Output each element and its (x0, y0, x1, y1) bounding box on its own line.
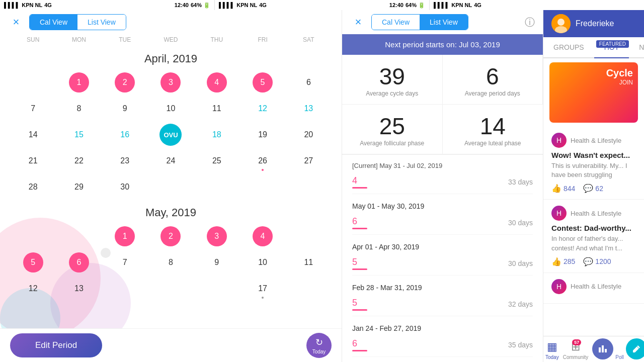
poll-fab-button[interactable] (592, 338, 613, 359)
nav-today[interactable]: ▦ Today (543, 336, 561, 362)
avatar (551, 14, 571, 33)
comment-action-1[interactable]: 💬 62 (583, 184, 603, 193)
poll-label: Poll (615, 336, 624, 362)
cal-close-button[interactable]: × (8, 14, 24, 30)
cal-day[interactable]: 4 (239, 224, 285, 248)
list-view-button-2[interactable]: List View (420, 15, 468, 30)
cal-day[interactable]: 30 (102, 175, 148, 199)
cal-day[interactable]: 8 (56, 97, 102, 121)
cal-day[interactable]: 2 (148, 224, 194, 248)
featured-title: Cycle (606, 67, 633, 79)
cal-day[interactable]: 28 (10, 175, 56, 199)
cal-day[interactable]: 27 (286, 149, 332, 173)
post-fab-button[interactable] (626, 338, 644, 359)
svg-rect-9 (602, 345, 604, 352)
cycle-entry-4[interactable]: 5 32 days (352, 296, 533, 316)
post-card-2[interactable]: H Health & Lifestyle Contest: Dad-worthy… (543, 200, 644, 273)
stats-grid: 39 Average cycle days 6 Average period d… (342, 55, 543, 155)
comment-action-2[interactable]: 💬 1200 (583, 257, 611, 266)
cal-day-ovu[interactable]: OVU (148, 123, 194, 147)
calendar-scroll[interactable]: SUN MON TUE WED THU FRI SAT April, 2019 … (0, 34, 342, 328)
time-1: 12:40 (175, 2, 189, 8)
post-card-3[interactable]: H Health & Lifestyle (543, 273, 644, 304)
status-bar: ▌▌▌▌ KPN NL 4G 12:40 64% 🔋 ▌▌▌▌ KPN NL 4… (0, 0, 644, 10)
post-preview-2: In honor of father's day... contest! And… (551, 234, 636, 252)
cal-day[interactable]: 9 (194, 250, 239, 275)
tab-n[interactable]: N (629, 37, 644, 57)
cal-day[interactable]: 26 (239, 149, 285, 173)
cal-day[interactable]: 22 (56, 149, 102, 173)
cycle-entry-5[interactable]: 6 35 days (352, 336, 533, 357)
cal-day[interactable]: 10 (239, 250, 285, 275)
post-card-1[interactable]: H Health & Lifestyle Wow! Wasn't expect.… (543, 127, 644, 200)
featured-join[interactable]: JOIN (606, 79, 633, 86)
comment-icon-1: 💬 (583, 184, 593, 193)
cycle-num-4: 5 (352, 298, 367, 311)
cal-day[interactable]: 21 (10, 149, 56, 173)
cal-day[interactable]: 6 (286, 70, 332, 95)
source-avatar-3: H (551, 279, 567, 294)
cal-day[interactable]: 2 (102, 70, 148, 95)
cal-day[interactable]: 15 (56, 123, 102, 147)
cal-day[interactable]: 13 (286, 97, 332, 121)
today-button[interactable]: ↻ Today (306, 333, 332, 358)
like-count-1: 844 (564, 185, 575, 193)
calendar-panel: × Cal View List View SUN MON TUE WED (0, 10, 342, 362)
cal-day[interactable]: 19 (239, 123, 285, 147)
cycle-entry-1[interactable]: 4 33 days (352, 173, 533, 194)
cal-day (286, 175, 332, 199)
cal-day[interactable]: 16 (102, 123, 148, 147)
cal-day[interactable]: 3 (194, 224, 239, 248)
cycle-entry-2[interactable]: 6 30 days (352, 214, 533, 235)
cal-day[interactable]: 10 (148, 97, 194, 121)
cal-day[interactable]: 20 (286, 123, 332, 147)
time-2: 12:40 (389, 2, 404, 8)
cal-day[interactable]: 24 (148, 149, 194, 173)
cal-day[interactable]: 25 (194, 149, 239, 173)
post-icon (631, 343, 642, 354)
cal-day[interactable]: 1 (56, 70, 102, 95)
community-scroll[interactable]: Cycle JOIN H Health & Lifestyle Wow! Was… (543, 58, 644, 336)
cal-day[interactable]: 12 (239, 97, 285, 121)
cal-day[interactable]: 7 (102, 250, 148, 275)
status-right: ▌▌▌▌ KPN NL 4G (429, 0, 644, 10)
network-3: 4G (474, 2, 481, 8)
like-action-1[interactable]: 👍 844 (551, 184, 575, 193)
svg-rect-8 (599, 347, 601, 352)
cal-day[interactable]: 5 (239, 70, 285, 95)
nav-community[interactable]: ⊞ Community 57 (561, 336, 591, 362)
info-icon[interactable]: ⓘ (525, 16, 535, 29)
cal-day[interactable]: 4 (194, 70, 239, 95)
edit-period-button[interactable]: Edit Period (10, 333, 102, 357)
cal-day[interactable]: 13 (56, 277, 102, 301)
cal-day[interactable]: 5 (10, 250, 56, 275)
cal-view-button-2[interactable]: Cal View (372, 15, 420, 30)
cycle-list[interactable]: [Current] May 31 - Jul 02, 2019 4 33 day… (342, 155, 543, 362)
cal-day[interactable]: 14 (10, 123, 56, 147)
cal-day[interactable]: 8 (148, 250, 194, 275)
like-action-2[interactable]: 👍 285 (551, 257, 575, 266)
list-view-button[interactable]: List View (77, 15, 126, 30)
cycle-entry-3[interactable]: 5 30 days (352, 255, 533, 276)
cal-day[interactable]: 6 (56, 250, 102, 275)
cal-day[interactable]: 29 (56, 175, 102, 199)
view-toggle-1: Cal View List View (29, 14, 126, 30)
featured-card[interactable]: Cycle JOIN (549, 62, 638, 123)
cal-day[interactable]: 23 (102, 149, 148, 173)
cal-day[interactable]: 12 (10, 277, 56, 301)
cal-day[interactable]: 1 (102, 224, 148, 248)
cal-day[interactable]: 18 (194, 123, 239, 147)
cycle-range-current: [Current] May 31 - Jul 02, 2019 (352, 155, 533, 173)
cal-day[interactable]: 11 (286, 250, 332, 275)
tab-groups[interactable]: GROUPS (543, 37, 594, 57)
avg-cycle-label: Average cycle days (347, 90, 437, 97)
cal-day[interactable]: 11 (194, 97, 239, 121)
cal-day[interactable] (10, 70, 56, 95)
list-close-button[interactable]: × (350, 14, 366, 30)
cal-day (194, 277, 239, 301)
cal-view-button[interactable]: Cal View (30, 15, 77, 30)
cal-day[interactable]: 9 (102, 97, 148, 121)
cal-day[interactable]: 3 (148, 70, 194, 95)
stat-avg-period: 6 Average period days (443, 55, 543, 105)
cal-day[interactable]: 7 (10, 97, 56, 121)
